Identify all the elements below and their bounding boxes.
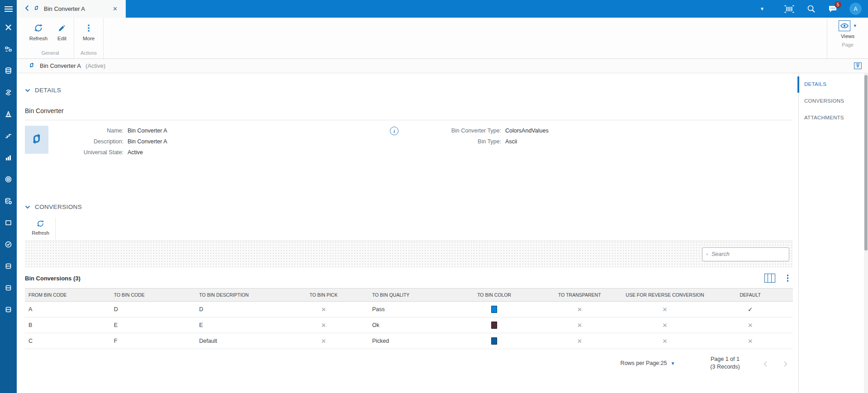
col-use-for-reverse-conversion[interactable]: USE FOR REVERSE CONVERSION	[622, 289, 708, 301]
column-chooser-icon[interactable]	[764, 274, 775, 283]
section-nav: DETAILS CONVERSIONS ATTACHMENTS	[798, 73, 862, 393]
details-section-title: DETAILS	[35, 87, 61, 94]
cell-description: D	[195, 302, 281, 317]
cross-icon: ✕	[281, 317, 366, 333]
table-row[interactable]: C F Default ✕ Picked ✕ ✕ ✕	[25, 333, 793, 349]
chevron-down-icon: ▼	[670, 361, 675, 366]
database-icon[interactable]	[5, 66, 13, 75]
tools-icon[interactable]	[5, 23, 13, 31]
field-label-description: Description:	[52, 138, 123, 145]
conversions-refresh-button[interactable]: Refresh	[26, 218, 56, 241]
storage-box-icon[interactable]	[5, 305, 13, 313]
integration-icon[interactable]	[5, 45, 13, 53]
rows-per-page-dropdown[interactable]: Rows per Page:25 ▼	[621, 360, 675, 366]
col-default[interactable]: DEFAULT	[707, 289, 793, 301]
converter-loop-icon	[29, 132, 44, 148]
target-icon[interactable]	[5, 175, 13, 183]
col-to-bin-color[interactable]: TO BIN COLOR	[451, 289, 537, 301]
grid-filter-band	[25, 241, 793, 267]
field-value-name: Bin Converter A	[128, 128, 167, 134]
record-image-tile	[25, 126, 48, 154]
search-box	[702, 247, 789, 261]
details-section-header[interactable]: DETAILS	[25, 87, 793, 94]
nav-item-attachments[interactable]: ATTACHMENTS	[799, 115, 862, 120]
cross-icon: ✕	[622, 333, 708, 349]
refresh-button[interactable]: Refresh	[27, 20, 50, 49]
chevron-down-icon[interactable]: ▼	[853, 24, 857, 28]
info-icon[interactable]: i	[390, 127, 398, 135]
field-value-description: Bin Converter A	[128, 138, 167, 145]
next-page-icon[interactable]: ›	[783, 356, 787, 370]
back-icon[interactable]	[25, 5, 29, 13]
col-from-bin-code[interactable]: FROM BIN CODE	[25, 289, 110, 301]
previous-page-icon[interactable]: ‹	[764, 356, 768, 370]
grid-more-icon[interactable]	[785, 274, 791, 283]
cross-icon: ✕	[537, 333, 622, 349]
converter-loop-icon	[28, 62, 35, 71]
more-button[interactable]: More	[77, 20, 100, 49]
sync-gear-icon[interactable]	[5, 88, 13, 96]
table-header-row: FROM BIN CODE TO BIN CODE TO BIN DESCRIP…	[25, 288, 793, 302]
cell-color	[451, 317, 537, 333]
check-circle-icon[interactable]	[5, 240, 13, 248]
cross-icon: ✕	[707, 317, 793, 333]
bin-converter-card-title: Bin Converter	[25, 107, 793, 120]
record-header: Bin Converter A (Active)	[17, 59, 868, 73]
bar-chart-icon[interactable]	[5, 153, 13, 161]
table-row[interactable]: A D D ✕ Pass ✕ ✕ ✓	[25, 302, 793, 317]
color-swatch	[491, 337, 497, 345]
nav-item-details[interactable]: DETAILS	[799, 81, 862, 87]
color-swatch	[491, 322, 497, 329]
window-icon[interactable]	[5, 218, 13, 227]
storage-box-icon[interactable]	[5, 284, 13, 292]
ribbon-group-general: Refresh Edit General	[27, 18, 74, 58]
col-to-transparent[interactable]: TO TRANSPARENT	[537, 289, 622, 301]
more-label: More	[83, 36, 95, 41]
views-label: Views	[841, 33, 854, 39]
views-button[interactable]: ▼	[839, 20, 857, 31]
edit-button[interactable]: Edit	[50, 20, 74, 49]
menu-icon[interactable]	[0, 0, 17, 18]
eye-icon	[839, 20, 850, 31]
chevron-down-icon[interactable]: ▼	[760, 6, 764, 11]
cross-icon: ✕	[707, 333, 793, 349]
cone-icon[interactable]	[5, 110, 13, 118]
col-to-bin-code[interactable]: TO BIN CODE	[110, 289, 196, 301]
open-in-window-icon[interactable]	[854, 62, 862, 69]
cell-to: F	[110, 333, 196, 349]
nav-item-conversions[interactable]: CONVERSIONS	[799, 98, 862, 104]
ribbon-group-label-page: Page	[835, 41, 860, 47]
field-value-universal-state: Active	[128, 149, 167, 156]
ribbon-group-label-actions: Actions	[74, 49, 103, 57]
cross-icon: ✕	[537, 302, 622, 317]
field-value-bin-type: Ascii	[505, 138, 549, 145]
conversions-section-header[interactable]: CONVERSIONS	[25, 204, 793, 210]
active-tab[interactable]: Bin Converter A ✕	[17, 0, 126, 18]
field-label-name: Name:	[52, 128, 123, 134]
database-settings-icon[interactable]	[5, 197, 13, 205]
avatar[interactable]: A	[849, 3, 862, 15]
col-to-bin-quality[interactable]: TO BIN QUALITY	[366, 289, 452, 301]
search-input[interactable]	[711, 251, 785, 257]
cross-icon: ✕	[537, 317, 622, 333]
ribbon-toolbar: Refresh Edit General More	[17, 18, 868, 59]
barcode-icon[interactable]	[784, 4, 794, 14]
left-sidebar	[0, 0, 17, 393]
search-icon[interactable]	[806, 4, 816, 14]
cross-icon: ✕	[281, 302, 366, 317]
storage-box-icon[interactable]	[5, 262, 13, 270]
field-label-universal-state: Universal State:	[52, 149, 123, 156]
table-row[interactable]: B E E ✕ Ok ✕ ✕ ✕	[25, 317, 793, 333]
col-to-bin-pick[interactable]: TO BIN PICK	[281, 289, 366, 301]
cross-icon: ✕	[622, 317, 708, 333]
cell-description: E	[195, 317, 281, 333]
col-to-bin-description[interactable]: TO BIN DESCRIPTION	[195, 289, 281, 301]
cell-description: Default	[195, 333, 281, 349]
workflow-steps-icon[interactable]	[5, 132, 13, 140]
vertical-scrollbar	[864, 73, 868, 393]
record-state: (Active)	[85, 62, 105, 69]
close-icon[interactable]: ✕	[111, 5, 119, 13]
chat-icon[interactable]: 5	[828, 4, 838, 14]
scrollbar-thumb[interactable]	[864, 75, 868, 251]
conversions-refresh-label: Refresh	[32, 230, 49, 236]
